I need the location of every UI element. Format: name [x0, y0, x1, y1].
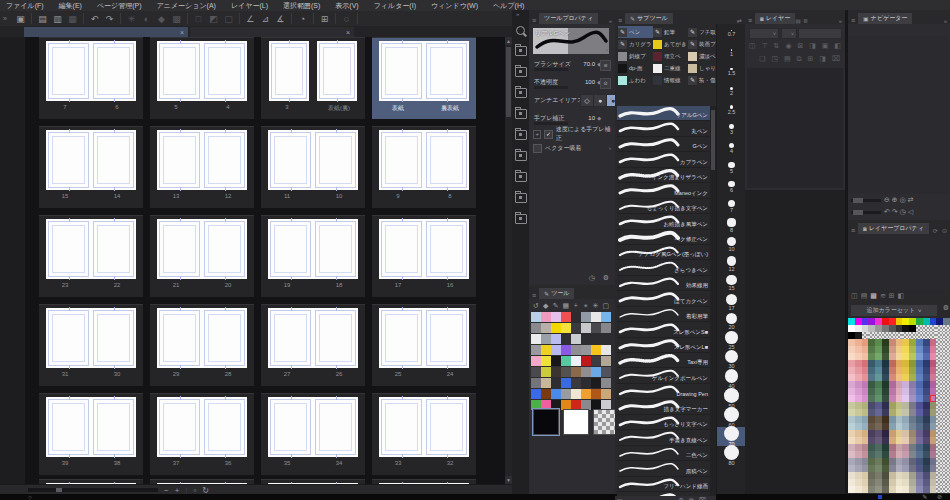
- color-swatch-cell[interactable]: [882, 451, 889, 458]
- operation-tool-icon[interactable]: ⌖: [581, 301, 591, 311]
- page-spread-card[interactable]: 2726: [261, 304, 365, 386]
- menu-item[interactable]: 表示(V): [335, 1, 358, 11]
- color-palette-tab-icon[interactable]: ⊞: [889, 292, 895, 300]
- color-swatch-cell[interactable]: [882, 416, 889, 423]
- brush-size-item[interactable]: 1: [717, 43, 746, 62]
- color-swatch-cell[interactable]: [875, 346, 882, 353]
- color-swatch-cell[interactable]: [909, 451, 916, 458]
- color-swatch-cell[interactable]: [923, 339, 930, 346]
- tool-icon[interactable]: [551, 389, 561, 399]
- color-swatch-cell[interactable]: [868, 339, 875, 346]
- brush-size-item[interactable]: 70: [717, 427, 746, 446]
- field-value[interactable]: 10: [588, 115, 595, 121]
- color-swatch-cell[interactable]: [855, 325, 862, 332]
- color-swatch-cell[interactable]: [848, 374, 855, 381]
- tool-icon[interactable]: [571, 345, 581, 355]
- color-swatch-cell[interactable]: [875, 472, 882, 479]
- color-palette-tab-icon[interactable]: ▩: [870, 292, 877, 300]
- tool-icon[interactable]: [571, 378, 581, 388]
- color-swatch-cell[interactable]: [862, 472, 869, 479]
- brush-item[interactable]: ぼてカクペン: [617, 291, 710, 306]
- color-swatch-cell[interactable]: [862, 437, 869, 444]
- tool-icon[interactable]: [551, 356, 561, 366]
- color-swatch-cell[interactable]: [875, 479, 882, 486]
- page-manager-area[interactable]: 76543表紙(裏)表紙裏表紙1514131211109823222120191…: [0, 37, 505, 484]
- layer-control-icons[interactable]: ◫ ⊤ ⇅ ◉ ⊠ ◨ ▣ ◧: [749, 42, 843, 50]
- color-swatch-cell[interactable]: [902, 486, 909, 493]
- brush-item[interactable]: ゲルインクボールペン: [617, 368, 710, 383]
- color-swatch-cell[interactable]: [909, 402, 916, 409]
- tool-icon[interactable]: [601, 312, 611, 322]
- color-swatch-cell[interactable]: [930, 381, 937, 388]
- color-swatch-cell[interactable]: [848, 458, 855, 465]
- color-swatch-cell[interactable]: [916, 339, 923, 346]
- color-swatch-cell[interactable]: [855, 332, 862, 339]
- color-swatch-cell[interactable]: [943, 367, 950, 374]
- color-swatch-cell[interactable]: [930, 423, 937, 430]
- subtool-group[interactable]: 埋立ペ: [653, 50, 688, 62]
- tool-icon[interactable]: [601, 356, 611, 366]
- tool-icon[interactable]: [541, 389, 551, 399]
- tool-icon[interactable]: [561, 367, 571, 377]
- color-swatch-cell[interactable]: [848, 402, 855, 409]
- color-swatch-cell[interactable]: [943, 437, 950, 444]
- color-swatch-cell[interactable]: [902, 325, 909, 332]
- color-swatch-cell[interactable]: [889, 381, 896, 388]
- color-swatch-cell[interactable]: [855, 402, 862, 409]
- color-palette-tab-icon[interactable]: ◫: [851, 292, 858, 300]
- color-swatch-cell[interactable]: [868, 423, 875, 430]
- tool-icon[interactable]: [591, 312, 601, 322]
- color-swatch-cell[interactable]: [916, 318, 923, 325]
- color-swatch-cell[interactable]: [916, 479, 923, 486]
- color-swatch-cell[interactable]: [896, 346, 903, 353]
- operation-tool-icon[interactable]: ▢: [601, 301, 611, 311]
- brush-item[interactable]: 着彩用筆: [617, 307, 710, 322]
- color-swatch-cell[interactable]: [930, 465, 937, 472]
- dock-collapse-icon[interactable]: »: [516, 11, 519, 17]
- canvas-icon[interactable]: ▣: [15, 14, 26, 24]
- color-swatch-cell[interactable]: [923, 325, 930, 332]
- color-swatch-cell[interactable]: [936, 416, 943, 423]
- color-swatch-cell[interactable]: [909, 360, 916, 367]
- opacity-mode-select[interactable]: ˅: [781, 28, 797, 39]
- menu-item[interactable]: ヘルプ(H): [493, 1, 524, 11]
- menu-item[interactable]: アニメーション(A): [157, 1, 216, 11]
- color-swatch-cell[interactable]: [936, 402, 943, 409]
- color-swatch-cell[interactable]: [916, 332, 923, 339]
- color-swatch-cell[interactable]: [930, 472, 937, 479]
- color-swatch-cell[interactable]: [930, 367, 937, 374]
- tab-subtool[interactable]: ✎サブツール: [625, 13, 673, 24]
- color-swatch-cell[interactable]: [848, 388, 855, 395]
- color-swatch-cell[interactable]: [862, 367, 869, 374]
- color-swatch-cell[interactable]: [875, 465, 882, 472]
- brush-size-item[interactable]: 8: [717, 216, 746, 235]
- nav-zoom-slider[interactable]: [851, 199, 881, 202]
- color-swatch-cell[interactable]: [848, 318, 855, 325]
- color-swatch-cell[interactable]: [896, 332, 903, 339]
- color-swatch-cell[interactable]: [936, 332, 943, 339]
- color-swatch-cell[interactable]: [889, 353, 896, 360]
- page-spread-card[interactable]: 1110: [261, 126, 365, 208]
- color-swatch-cell[interactable]: [882, 479, 889, 486]
- color-swatch-cell[interactable]: [875, 409, 882, 416]
- color-swatch-cell[interactable]: [855, 346, 862, 353]
- color-swatch-cell[interactable]: [889, 479, 896, 486]
- page-spread-card[interactable]: 3938: [39, 393, 143, 475]
- color-swatch-cell[interactable]: [855, 353, 862, 360]
- tool-icon[interactable]: [561, 312, 571, 322]
- brush-size-item[interactable]: 25: [717, 331, 746, 350]
- color-swatch-cell[interactable]: [889, 465, 896, 472]
- color-swatch-cell[interactable]: [868, 451, 875, 458]
- color-swatch-cell[interactable]: [875, 395, 882, 402]
- subtool-settings-icon[interactable]: ⊡: [615, 497, 622, 500]
- color-swatch-cell[interactable]: [923, 388, 930, 395]
- color-swatch-cell[interactable]: [875, 416, 882, 423]
- material-folder-icon[interactable]: [515, 193, 527, 203]
- color-swatch-cell[interactable]: [909, 444, 916, 451]
- subtool-group[interactable]: ✎カリグラ: [618, 38, 653, 50]
- color-swatch-cell[interactable]: [902, 409, 909, 416]
- color-swatch-cell[interactable]: [916, 423, 923, 430]
- expand-icon[interactable]: +: [533, 130, 541, 139]
- material-folder-icon[interactable]: [515, 109, 527, 119]
- tool-icon[interactable]: [601, 334, 611, 344]
